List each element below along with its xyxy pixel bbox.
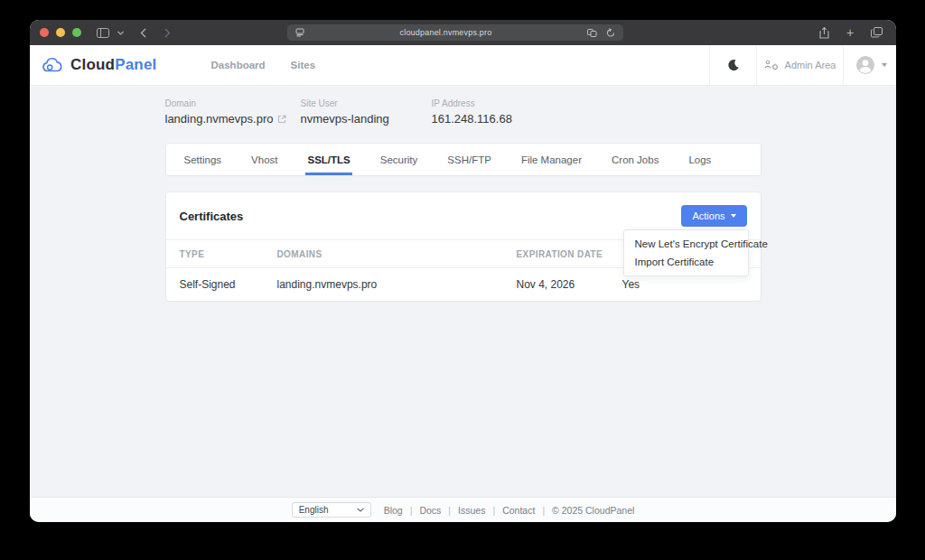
user-menu[interactable]	[843, 45, 896, 85]
actions-button[interactable]: Actions	[681, 205, 746, 227]
new-tab-icon[interactable]: +	[843, 25, 857, 40]
copyright-text: © 2025 CloudPanel	[552, 505, 634, 516]
minimize-window-button[interactable]	[56, 28, 65, 37]
footer-link-contact[interactable]: Contact	[502, 505, 535, 516]
actions-button-label: Actions	[692, 210, 724, 221]
certificates-card: Certificates Actions TYPE DOMAINS EXPIRA…	[165, 191, 761, 302]
cloudpanel-logo[interactable]: CloudPanel	[41, 45, 157, 85]
share-icon[interactable]	[817, 25, 831, 40]
cell-domains: landing.nvmevps.pro	[277, 278, 517, 291]
domain-label: Domain	[165, 98, 301, 108]
privacy-report-icon[interactable]	[584, 25, 599, 40]
sidebar-toggle-icon[interactable]	[96, 25, 110, 40]
nav-sites[interactable]: Sites	[291, 60, 316, 70]
chevron-down-icon	[357, 508, 364, 512]
forward-icon[interactable]	[160, 25, 174, 40]
admin-area-button[interactable]: Admin Area	[756, 45, 843, 85]
footer-link-docs[interactable]: Docs	[419, 505, 441, 516]
cloud-logo-icon	[41, 56, 64, 74]
main-nav: Dashboard Sites	[211, 45, 316, 85]
cell-default: Yes	[622, 278, 747, 291]
menu-item-new-lets-encrypt[interactable]: New Let's Encrypt Certificate	[624, 235, 748, 253]
certificates-title: Certificates	[180, 210, 244, 223]
site-user-label: Site User	[301, 98, 432, 108]
site-user-value: nvmevps-landing	[301, 112, 389, 126]
domain-value: landing.nvmevps.pro	[165, 112, 274, 126]
app-footer: English Blog | Docs | Issues | Contact |…	[30, 497, 896, 522]
site-info-ip: IP Address 161.248.116.68	[432, 98, 512, 126]
admin-gear-icon	[764, 60, 780, 71]
site-tabs: Settings Vhost SSL/TLS Security SSH/FTP …	[165, 143, 761, 176]
col-expiration-date: EXPIRATION DATE	[517, 249, 622, 259]
actions-dropdown-menu: New Let's Encrypt Certificate Import Cer…	[623, 229, 749, 276]
footer-link-blog[interactable]: Blog	[384, 505, 403, 516]
avatar	[854, 53, 877, 77]
ip-address-label: IP Address	[432, 98, 512, 108]
external-link-icon[interactable]	[277, 115, 286, 124]
tab-security[interactable]: Security	[378, 144, 420, 175]
app-header: CloudPanel Dashboard Sites	[30, 45, 896, 86]
site-info: Domain landing.nvmevps.pro Site User nvm…	[165, 86, 761, 126]
reload-icon[interactable]	[603, 25, 618, 40]
tab-ssh-ftp[interactable]: SSH/FTP	[445, 144, 493, 175]
tab-file-manager[interactable]: File Manager	[519, 144, 584, 175]
moon-icon	[727, 59, 740, 71]
dark-mode-toggle[interactable]	[709, 45, 756, 85]
separator: |	[492, 505, 495, 516]
window-controls	[40, 28, 81, 37]
browser-window: cloudpanel.nvmevps.pro +	[30, 20, 896, 522]
tab-ssl-tls[interactable]: SSL/TLS	[305, 144, 351, 175]
separator: |	[542, 505, 545, 516]
language-value: English	[299, 505, 329, 515]
cell-expiration: Nov 4, 2026	[517, 278, 622, 291]
chevron-down-icon	[882, 63, 887, 67]
separator: |	[448, 505, 451, 516]
footer-links: Blog | Docs | Issues | Contact | © 2025 …	[384, 505, 635, 516]
browser-chrome: cloudpanel.nvmevps.pro +	[30, 20, 896, 45]
site-info-user: Site User nvmevps-landing	[301, 98, 432, 126]
reader-mode-icon[interactable]	[293, 25, 307, 40]
sidebar-chevron-icon[interactable]	[117, 25, 124, 40]
site-info-domain: Domain landing.nvmevps.pro	[165, 98, 301, 126]
cell-type: Self-Signed	[180, 278, 277, 291]
brand-text: CloudPanel	[70, 56, 157, 74]
tab-logs[interactable]: Logs	[687, 144, 713, 175]
zoom-window-button[interactable]	[72, 28, 81, 37]
ip-address-value: 161.248.116.68	[432, 112, 512, 126]
tab-vhost[interactable]: Vhost	[249, 144, 279, 175]
footer-link-issues[interactable]: Issues	[458, 505, 485, 516]
language-select[interactable]: English	[292, 502, 371, 518]
nav-dashboard[interactable]: Dashboard	[211, 60, 266, 70]
tab-settings[interactable]: Settings	[182, 144, 224, 175]
separator: |	[410, 505, 413, 516]
back-icon[interactable]	[135, 25, 150, 40]
col-domains: DOMAINS	[277, 249, 517, 259]
col-type: TYPE	[180, 249, 277, 259]
address-bar[interactable]: cloudpanel.nvmevps.pro	[287, 24, 623, 41]
chevron-down-icon	[731, 214, 736, 218]
admin-area-label: Admin Area	[785, 60, 836, 70]
menu-item-import-certificate[interactable]: Import Certificate	[624, 253, 748, 271]
close-window-button[interactable]	[40, 28, 49, 37]
url-text: cloudpanel.nvmevps.pro	[307, 28, 584, 37]
page-content: Domain landing.nvmevps.pro Site User nvm…	[30, 86, 896, 497]
tab-cron-jobs[interactable]: Cron Jobs	[610, 144, 660, 175]
tab-overview-icon[interactable]	[869, 25, 883, 40]
